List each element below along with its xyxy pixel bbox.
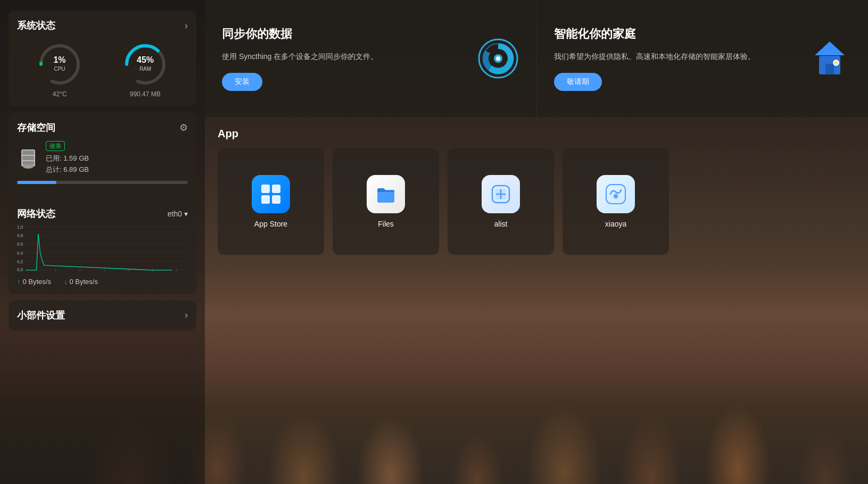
download-stat: ↓ 0 Bytes/s <box>64 278 98 286</box>
xiaoya-name: xiaoya <box>605 220 626 228</box>
svg-marker-37 <box>815 41 845 55</box>
apps-grid: App Store Files <box>218 148 855 255</box>
smart-home-icon <box>808 37 851 80</box>
coming-soon-button[interactable]: 敬请期 <box>554 73 602 91</box>
system-status-chevron[interactable]: › <box>185 20 188 31</box>
upload-value: 0 Bytes/s <box>23 278 51 286</box>
svg-text:RAM: RAM <box>139 66 151 72</box>
svg-rect-41 <box>261 185 270 193</box>
svg-text:0.2: 0.2 <box>17 260 23 264</box>
upload-arrow-icon: ↑ <box>17 278 21 286</box>
home-banner-title: 智能化你的家庭 <box>554 26 798 42</box>
files-name: Files <box>378 220 394 228</box>
xiaoya-icon <box>597 175 635 213</box>
svg-point-40 <box>834 61 838 64</box>
app-store-name: App Store <box>254 220 287 228</box>
storage-used: 已用: 1.59 GB <box>46 153 89 164</box>
storage-bar <box>17 181 188 184</box>
svg-text:1.0: 1.0 <box>17 224 23 229</box>
network-chart: 1.0 0.8 0.6 0.4 0.2 0.0 <box>17 224 188 272</box>
home-banner: 智能化你的家庭 我们希望为你提供隐私、高速和本地化存储的智能家居体验。 敬请期 <box>536 0 869 117</box>
app-section: App App Store <box>205 117 868 484</box>
svg-rect-38 <box>825 64 834 74</box>
widget-settings-card[interactable]: 小部件设置 › <box>9 301 196 330</box>
install-button[interactable]: 安装 <box>222 73 262 91</box>
app-store-item[interactable]: App Store <box>218 148 324 255</box>
alist-name: alist <box>494 220 508 228</box>
iface-chevron-icon: ▾ <box>184 210 188 218</box>
alist-item[interactable]: alist <box>448 148 554 255</box>
svg-rect-10 <box>22 156 34 160</box>
sync-banner-desc: 使用 Syncthing 在多个设备之间同步你的文件。 <box>222 51 466 62</box>
svg-rect-9 <box>22 151 34 155</box>
ram-used: 990.47 MB <box>130 90 161 98</box>
health-badge: 健康 <box>46 141 65 151</box>
svg-rect-44 <box>272 195 280 204</box>
storage-title: 存储空间 <box>17 121 55 134</box>
home-icon-wrap <box>808 37 851 80</box>
nas-device-icon <box>17 144 39 172</box>
svg-text:0.0: 0.0 <box>17 267 23 272</box>
svg-text:CPU: CPU <box>54 66 65 72</box>
network-title: 网络状态 <box>17 207 55 220</box>
svg-text:1%: 1% <box>54 55 66 64</box>
storage-card: 存储空间 ⚙ 健康 已用: 1.59 GB <box>9 113 196 193</box>
syncthing-icon-wrap <box>477 37 519 80</box>
storage-bar-fill <box>17 181 56 184</box>
svg-rect-43 <box>261 195 270 204</box>
network-iface-selector[interactable]: eth0 ▾ <box>168 210 188 218</box>
svg-text:0.6: 0.6 <box>17 242 23 247</box>
syncthing-logo-icon <box>477 37 519 80</box>
svg-rect-13 <box>23 164 34 166</box>
cpu-gauge: 1% CPU 42°C <box>36 40 84 98</box>
upload-stat: ↑ 0 Bytes/s <box>17 278 51 286</box>
svg-point-35 <box>496 56 500 61</box>
system-status-card: 系统状态 › 1% CPU 42°C <box>9 11 196 106</box>
svg-text:45%: 45% <box>137 55 154 64</box>
cpu-temp: 42°C <box>53 90 67 98</box>
network-card: 网络状态 eth0 ▾ 1.0 0.8 0.6 0.4 0 <box>9 199 196 294</box>
storage-settings-icon[interactable]: ⚙ <box>179 122 188 133</box>
svg-point-0 <box>41 46 78 83</box>
ram-gauge: 45% RAM 990.47 MB <box>121 40 169 98</box>
home-banner-desc: 我们希望为你提供隐私、高速和本地化存储的智能家居体验。 <box>554 51 798 62</box>
sidebar: 系统状态 › 1% CPU 42°C <box>0 0 205 484</box>
network-iface-label: eth0 <box>168 210 182 218</box>
svg-rect-11 <box>22 161 34 164</box>
svg-point-50 <box>614 195 617 198</box>
download-arrow-icon: ↓ <box>64 278 68 286</box>
sync-banner: 同步你的数据 使用 Syncthing 在多个设备之间同步你的文件。 安装 <box>205 0 536 117</box>
sync-banner-title: 同步你的数据 <box>222 26 466 42</box>
widget-settings-title: 小部件设置 <box>17 309 65 322</box>
files-icon <box>367 175 405 213</box>
svg-text:0.4: 0.4 <box>17 251 23 255</box>
files-item[interactable]: Files <box>333 148 439 255</box>
alist-icon <box>482 175 520 213</box>
main-content: 同步你的数据 使用 Syncthing 在多个设备之间同步你的文件。 安装 <box>205 0 868 484</box>
system-status-title: 系统状态 <box>17 19 55 32</box>
banners-row: 同步你的数据 使用 Syncthing 在多个设备之间同步你的文件。 安装 <box>205 0 868 117</box>
svg-text:0.8: 0.8 <box>17 233 23 238</box>
app-section-title: App <box>218 128 855 140</box>
app-store-icon <box>252 175 290 213</box>
download-value: 0 Bytes/s <box>69 278 97 286</box>
xiaoya-item[interactable]: xiaoya <box>563 148 669 255</box>
storage-total: 总计: 6.89 GB <box>46 164 89 176</box>
widget-settings-chevron-icon: › <box>185 310 188 321</box>
svg-rect-47 <box>495 189 506 199</box>
svg-rect-42 <box>272 185 280 193</box>
